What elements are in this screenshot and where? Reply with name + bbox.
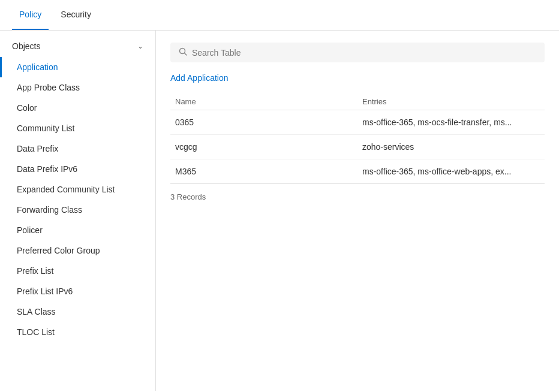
sidebar-item-color[interactable]: Color bbox=[0, 98, 155, 118]
table-cell-entries: ms-office-365, ms-office-web-apps, ex... bbox=[357, 159, 545, 184]
search-icon bbox=[179, 47, 187, 58]
sidebar-section-objects[interactable]: Objects ⌄ bbox=[0, 35, 155, 57]
search-bar bbox=[170, 43, 545, 62]
table-row[interactable]: vcgcg zoho-services bbox=[170, 135, 545, 159]
sidebar-item-preferred-color-group[interactable]: Preferred Color Group bbox=[0, 240, 155, 261]
table-row[interactable]: M365 ms-office-365, ms-office-web-apps, … bbox=[170, 159, 545, 184]
sidebar-item-prefix-list-ipv6[interactable]: Prefix List IPv6 bbox=[0, 281, 155, 301]
main-content: Add Application Name Entries 0365 ms-off… bbox=[156, 31, 559, 391]
table-row[interactable]: 0365 ms-office-365, ms-ocs-file-transfer… bbox=[170, 110, 545, 135]
add-application-button[interactable]: Add Application bbox=[170, 73, 229, 83]
sidebar-item-tloc-list[interactable]: TLOC List bbox=[0, 322, 155, 342]
top-tabs-bar: Policy Security bbox=[0, 0, 559, 31]
sidebar-section-label: Objects bbox=[12, 41, 40, 51]
records-count: 3 Records bbox=[170, 192, 545, 201]
sidebar: Objects ⌄ Application App Probe Class Co… bbox=[0, 31, 156, 391]
sidebar-item-forwarding-class[interactable]: Forwarding Class bbox=[0, 200, 155, 220]
table-header-entries: Entries bbox=[357, 94, 545, 110]
table-cell-name: M365 bbox=[170, 159, 357, 184]
table-cell-name: vcgcg bbox=[170, 135, 357, 159]
sidebar-item-community-list[interactable]: Community List bbox=[0, 118, 155, 138]
sidebar-item-sla-class[interactable]: SLA Class bbox=[0, 301, 155, 322]
search-input[interactable] bbox=[192, 48, 536, 58]
sidebar-item-expanded-community-list[interactable]: Expanded Community List bbox=[0, 179, 155, 200]
tab-policy[interactable]: Policy bbox=[12, 0, 49, 30]
svg-line-1 bbox=[185, 53, 187, 56]
sidebar-item-application[interactable]: Application bbox=[0, 57, 155, 77]
sidebar-item-prefix-list[interactable]: Prefix List bbox=[0, 261, 155, 281]
table-header-name: Name bbox=[170, 94, 357, 110]
sidebar-item-data-prefix-ipv6[interactable]: Data Prefix IPv6 bbox=[0, 159, 155, 179]
sidebar-item-data-prefix[interactable]: Data Prefix bbox=[0, 138, 155, 159]
table-cell-name: 0365 bbox=[170, 110, 357, 135]
applications-table: Name Entries 0365 ms-office-365, ms-ocs-… bbox=[170, 94, 545, 184]
sidebar-item-policer[interactable]: Policer bbox=[0, 220, 155, 240]
table-cell-entries: ms-office-365, ms-ocs-file-transfer, ms.… bbox=[357, 110, 545, 135]
table-cell-entries: zoho-services bbox=[357, 135, 545, 159]
tab-security[interactable]: Security bbox=[53, 0, 98, 30]
sidebar-item-app-probe-class[interactable]: App Probe Class bbox=[0, 77, 155, 98]
chevron-down-icon: ⌄ bbox=[137, 42, 143, 50]
